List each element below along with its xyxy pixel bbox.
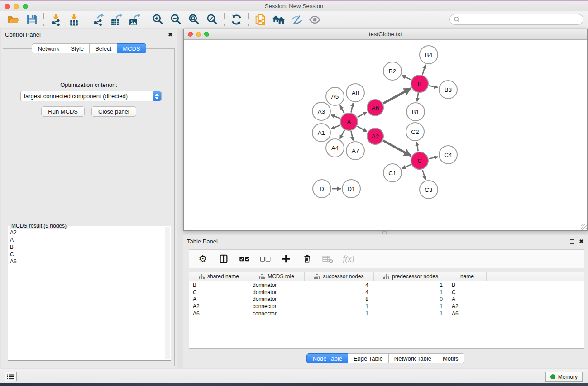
graph-node-A8[interactable]: A8 bbox=[346, 84, 364, 102]
graph-node-B1[interactable]: B1 bbox=[406, 103, 425, 121]
select-all-columns-icon[interactable] bbox=[237, 252, 252, 266]
graph-node-C2[interactable]: C2 bbox=[406, 123, 424, 141]
optimization-criterion-dropdown[interactable]: largest connected component (directed) bbox=[20, 91, 162, 101]
save-session-icon[interactable] bbox=[23, 12, 41, 27]
memory-button[interactable]: Memory bbox=[545, 372, 583, 382]
show-details-icon[interactable] bbox=[306, 12, 324, 27]
column-header-MCDS-role[interactable]: MCDS role bbox=[249, 272, 305, 281]
table-row[interactable]: Cdominator41C bbox=[189, 289, 584, 296]
table-cell[interactable]: 4 bbox=[305, 282, 374, 288]
edge-C-C1[interactable] bbox=[402, 165, 411, 169]
result-scrollbar[interactable] bbox=[165, 227, 170, 359]
graph-node-D[interactable]: D bbox=[313, 180, 331, 198]
graph-node-C1[interactable]: C1 bbox=[383, 164, 402, 182]
zoom-in-icon[interactable] bbox=[149, 12, 167, 27]
float-panel-icon[interactable] bbox=[159, 33, 163, 37]
edge-A-A8[interactable] bbox=[351, 103, 353, 112]
search-field[interactable] bbox=[449, 14, 583, 25]
graph-node-B4[interactable]: B4 bbox=[420, 46, 438, 64]
edge-B-B2[interactable] bbox=[402, 76, 411, 80]
column-header-shared-name[interactable]: shared name bbox=[189, 272, 249, 281]
open-session-icon[interactable] bbox=[5, 12, 23, 27]
close-panel-icon[interactable]: ✖ bbox=[168, 33, 173, 37]
edge-A-A1[interactable] bbox=[331, 125, 340, 129]
graph-node-D1[interactable]: D1 bbox=[342, 180, 360, 198]
zoom-fit-icon[interactable] bbox=[185, 12, 203, 27]
table-row[interactable]: Adominator80A bbox=[189, 296, 584, 303]
graph-node-A6[interactable]: A6 bbox=[367, 100, 383, 116]
table-cell[interactable]: B bbox=[189, 282, 249, 288]
float-table-panel-icon[interactable] bbox=[570, 239, 574, 244]
table-cell[interactable]: A6 bbox=[448, 310, 487, 317]
graph-node-A2[interactable]: A2 bbox=[367, 128, 383, 144]
graph-node-A[interactable]: A bbox=[340, 113, 358, 130]
delete-table-icon[interactable] bbox=[320, 252, 335, 266]
edge-A-A7[interactable] bbox=[351, 131, 353, 141]
function-builder-icon[interactable]: f(x) bbox=[341, 252, 356, 266]
import-table-icon[interactable] bbox=[65, 12, 83, 27]
edge-A-A5[interactable] bbox=[340, 105, 344, 114]
mcds-result-item[interactable]: C bbox=[10, 251, 164, 258]
graph-node-A3[interactable]: A3 bbox=[312, 102, 330, 120]
zoom-out-icon[interactable] bbox=[167, 12, 185, 27]
column-header-successor-nodes[interactable]: successor nodes bbox=[305, 272, 374, 281]
table-row[interactable]: Bdominator41B bbox=[189, 281, 584, 289]
table-row[interactable]: A2connector11A2 bbox=[189, 303, 584, 310]
table-cell[interactable]: dominator bbox=[249, 289, 305, 295]
refresh-view-icon[interactable] bbox=[227, 12, 245, 27]
edge-A-A6[interactable] bbox=[358, 112, 367, 117]
tab-mcds[interactable]: MCDS bbox=[117, 43, 146, 53]
table-cell[interactable]: A2 bbox=[448, 303, 487, 310]
close-table-panel-icon[interactable]: ✖ bbox=[579, 239, 584, 244]
graph-node-B2[interactable]: B2 bbox=[383, 62, 402, 80]
create-column-icon[interactable] bbox=[279, 252, 293, 266]
edge-A-A2[interactable] bbox=[357, 126, 367, 132]
mcds-result-item[interactable]: A6 bbox=[10, 258, 164, 265]
mcds-result-item[interactable]: B bbox=[10, 243, 164, 251]
graph-node-A7[interactable]: A7 bbox=[346, 142, 364, 160]
export-image-icon[interactable] bbox=[125, 12, 143, 27]
export-network-icon[interactable] bbox=[89, 12, 107, 27]
graph-node-A1[interactable]: A1 bbox=[312, 124, 330, 142]
network-graph[interactable]: ABCA2A6A1A3A4A5A7A8B1B2B3B4C1C2C3C4DD1 bbox=[184, 40, 587, 230]
panel-divider-handle[interactable] bbox=[382, 231, 387, 234]
edge-C-C3[interactable] bbox=[422, 170, 425, 180]
edge-C-C4[interactable] bbox=[429, 157, 438, 159]
import-network-icon[interactable] bbox=[47, 12, 65, 27]
search-input[interactable] bbox=[460, 15, 583, 24]
graph-node-B3[interactable]: B3 bbox=[439, 81, 457, 99]
graph-node-A4[interactable]: A4 bbox=[326, 139, 344, 157]
run-mcds-button[interactable]: Run MCDS bbox=[41, 106, 85, 117]
graph-node-C3[interactable]: C3 bbox=[420, 181, 438, 199]
table-cell[interactable]: 8 bbox=[305, 296, 374, 302]
network-canvas[interactable]: ABCA2A6A1A3A4A5A7A8B1B2B3B4C1C2C3C4DD1 bbox=[184, 40, 587, 230]
table-cell[interactable]: 1 bbox=[305, 310, 374, 317]
table-cell[interactable]: 1 bbox=[374, 282, 448, 288]
resize-grip-icon[interactable] bbox=[581, 224, 587, 230]
graph-node-C4[interactable]: C4 bbox=[439, 146, 457, 164]
edge-A6-B[interactable] bbox=[383, 88, 411, 103]
tab-network[interactable]: Network bbox=[32, 43, 65, 53]
mcds-result-list[interactable]: A2ABCA6 bbox=[9, 227, 165, 359]
table-cell[interactable]: 4 bbox=[305, 289, 374, 295]
graph-node-A5[interactable]: A5 bbox=[326, 87, 344, 105]
table-cell[interactable]: C bbox=[448, 289, 487, 295]
column-header-predecessor-nodes[interactable]: predecessor nodes bbox=[374, 272, 448, 281]
unselect-all-columns-icon[interactable] bbox=[258, 252, 272, 266]
table-cell[interactable]: A2 bbox=[189, 303, 249, 310]
edge-B-B1[interactable] bbox=[417, 93, 418, 101]
task-history-button[interactable] bbox=[5, 372, 17, 381]
edge-A2-C[interactable] bbox=[383, 141, 411, 156]
hide-details-icon[interactable] bbox=[287, 12, 306, 27]
column-header-name[interactable]: name bbox=[448, 272, 487, 281]
table-settings-gear-icon[interactable]: ⚙ bbox=[196, 252, 210, 266]
graph-node-C[interactable]: C bbox=[411, 152, 428, 169]
table-cell[interactable]: B bbox=[448, 282, 487, 288]
edge-A-A3[interactable] bbox=[331, 115, 340, 118]
table-cell[interactable]: 1 bbox=[374, 303, 448, 310]
table-cell[interactable]: connector bbox=[249, 303, 305, 310]
table-row[interactable]: A6connector11A6 bbox=[189, 310, 584, 317]
table-cell[interactable]: 0 bbox=[374, 296, 448, 302]
table-cell[interactable]: A6 bbox=[189, 310, 249, 317]
table-cell[interactable]: A bbox=[189, 296, 249, 302]
